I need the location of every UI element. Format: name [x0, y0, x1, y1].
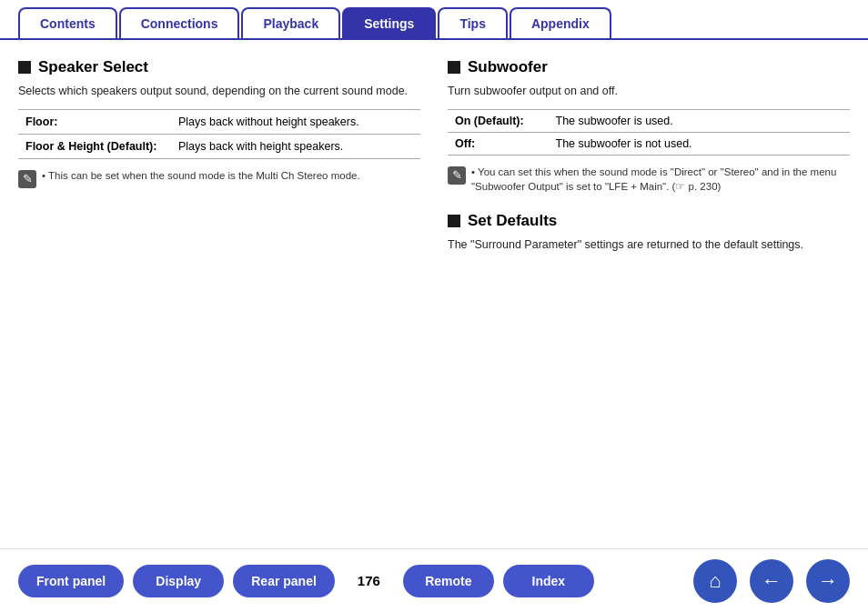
right-column: Subwoofer Turn subwoofer output on and o…: [448, 58, 850, 529]
set-defaults-title: Set Defaults: [448, 212, 850, 230]
title-square-icon-sub: [448, 61, 460, 74]
front-panel-button[interactable]: Front panel: [18, 565, 124, 597]
tab-contents[interactable]: Contents: [18, 7, 117, 38]
tab-appendix[interactable]: Appendix: [510, 7, 611, 38]
speaker-select-desc: Selects which speakers output sound, dep…: [18, 84, 420, 100]
desc-floor: Plays back without height speakers.: [171, 109, 420, 134]
index-button[interactable]: Index: [503, 565, 594, 597]
display-button[interactable]: Display: [133, 565, 224, 597]
desc-on: The subwoofer is used.: [549, 109, 851, 132]
subwoofer-desc: Turn subwoofer output on and off.: [448, 84, 850, 100]
speaker-select-note: • This can be set when the sound mode is…: [18, 168, 420, 188]
subwoofer-label: Subwoofer: [468, 58, 548, 76]
pencil-icon: [18, 170, 36, 188]
next-button[interactable]: →: [806, 559, 850, 603]
rear-panel-button[interactable]: Rear panel: [233, 565, 335, 597]
bottom-bar: Front panel Display Rear panel 176 Remot…: [0, 548, 868, 612]
tab-settings[interactable]: Settings: [342, 7, 436, 38]
pencil-icon-sub: [448, 166, 466, 185]
tab-tips[interactable]: Tips: [438, 7, 508, 38]
left-column: Speaker Select Selects which speakers ou…: [18, 58, 420, 529]
main-content: Speaker Select Selects which speakers ou…: [0, 40, 868, 538]
remote-button[interactable]: Remote: [403, 565, 494, 597]
table-row: Floor: Plays back without height speaker…: [18, 109, 420, 134]
page-number: 176: [353, 573, 385, 588]
speaker-select-title: Speaker Select: [18, 58, 420, 76]
subwoofer-table: On (Default): The subwoofer is used. Off…: [448, 109, 850, 156]
subwoofer-note-text: • You can set this when the sound mode i…: [471, 165, 850, 194]
set-defaults-desc: The "Surround Parameter" settings are re…: [448, 237, 850, 254]
tab-connections[interactable]: Connections: [119, 7, 240, 38]
desc-off: The subwoofer is not used.: [549, 132, 851, 155]
prev-button[interactable]: ←: [750, 559, 793, 603]
top-nav: Contents Connections Playback Settings T…: [0, 0, 868, 40]
option-on: On (Default):: [448, 109, 549, 132]
title-square-icon-defaults: [448, 215, 460, 227]
option-floor-height: Floor & Height (Default):: [18, 134, 171, 158]
table-row: On (Default): The subwoofer is used.: [448, 109, 850, 132]
tab-playback[interactable]: Playback: [241, 7, 340, 38]
home-button[interactable]: ⌂: [693, 559, 737, 603]
subwoofer-title: Subwoofer: [448, 58, 850, 76]
speaker-select-table: Floor: Plays back without height speaker…: [18, 109, 420, 159]
desc-floor-height: Plays back with height speakers.: [171, 134, 420, 158]
subwoofer-note: • You can set this when the sound mode i…: [448, 165, 850, 194]
title-square-icon: [18, 61, 31, 74]
option-floor: Floor:: [18, 109, 171, 134]
table-row: Floor & Height (Default): Plays back wit…: [18, 134, 420, 158]
set-defaults-label: Set Defaults: [468, 212, 557, 230]
option-off: Off:: [448, 132, 549, 155]
speaker-select-label: Speaker Select: [38, 58, 148, 76]
table-row: Off: The subwoofer is not used.: [448, 132, 850, 155]
speaker-select-note-text: • This can be set when the sound mode is…: [42, 168, 360, 183]
